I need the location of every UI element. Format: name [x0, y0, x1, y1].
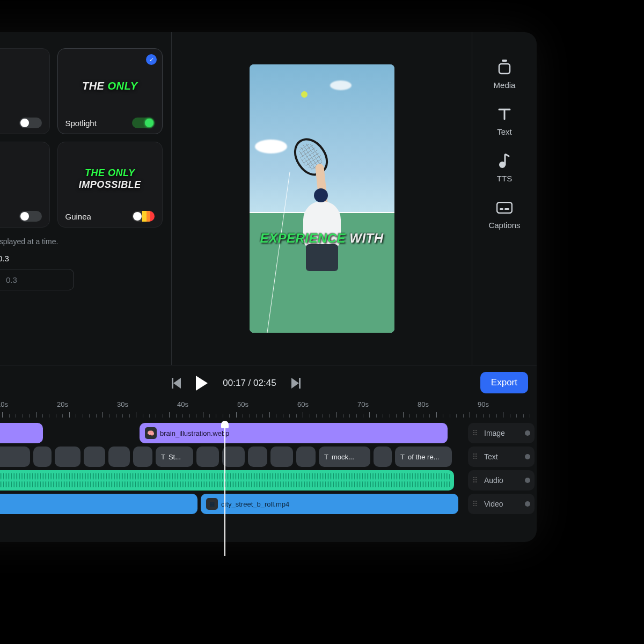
track-text[interactable]: Diffusi... TSt... Tmock... Tof the re...… — [0, 447, 467, 467]
eye-icon[interactable] — [525, 454, 530, 459]
svg-rect-0 — [499, 64, 510, 74]
text-clip[interactable] — [33, 447, 52, 467]
clip-thumbnail-icon: 🧠 — [145, 427, 157, 439]
track-image[interactable]: 🧠 brain_illustration.webp ⠿ Image — [0, 423, 467, 443]
timecode: 00:17 / 02:45 — [223, 378, 276, 389]
export-button[interactable]: Export — [480, 372, 528, 393]
style-toggle[interactable] — [19, 211, 42, 222]
style-toggle[interactable] — [19, 118, 42, 128]
audio-clip[interactable] — [0, 470, 454, 491]
style-card-partial-left-top[interactable]: NLY — [0, 48, 50, 134]
track-audio[interactable]: ⠿ Audio — [0, 470, 467, 491]
tts-button[interactable]: TTS — [496, 152, 513, 183]
text-clip-st[interactable]: TSt... — [156, 447, 193, 467]
min-row[interactable]: ⌄ Min 0.3 — [0, 253, 163, 264]
text-icon — [496, 106, 513, 123]
preview-panel: EXPERIENCE WITH — [172, 32, 472, 365]
video-clip-ebm[interactable]: ebm — [0, 494, 197, 514]
media-icon — [496, 59, 513, 76]
style-card-spotlight[interactable]: ✓ THE ONLY Spotlight — [57, 48, 163, 134]
svg-rect-4 — [500, 208, 503, 210]
text-clip[interactable] — [84, 447, 105, 467]
video-clip-city[interactable]: ▦ city_street_b_roll.mp4 — [201, 494, 458, 514]
track-video[interactable]: ebm ▦ city_street_b_roll.mp4 ⠿ Video — [0, 494, 467, 514]
caption-styles-panel: NLY ✓ THE ONLY Spotlight — [0, 32, 172, 365]
text-clip[interactable] — [133, 447, 152, 467]
music-note-icon — [496, 152, 513, 170]
text-clip[interactable] — [196, 447, 219, 467]
svg-rect-5 — [504, 208, 509, 210]
style-preview-text: THE ONLY — [82, 79, 138, 92]
text-icon: T — [400, 453, 405, 461]
preview-canvas[interactable]: EXPERIENCE WITH — [250, 64, 394, 333]
playhead[interactable] — [224, 427, 225, 556]
duration-minmax: ⌄ Min 0.3 Max 0.3 — [0, 253, 163, 290]
text-clip[interactable] — [248, 447, 267, 467]
text-clip-mock[interactable]: Tmock... — [319, 447, 370, 467]
style-toggle[interactable] — [132, 211, 155, 222]
track-label-video[interactable]: ⠿ Video — [468, 494, 535, 514]
transport-bar: 00:17 / 02:45 Export — [0, 365, 537, 400]
grip-icon[interactable]: ⠿ — [472, 429, 479, 437]
text-clip[interactable] — [108, 447, 130, 467]
image-clip-brain[interactable]: 🧠 brain_illustration.webp — [140, 423, 448, 443]
style-card-partial-left-bottom[interactable]: ossible y — [0, 142, 50, 228]
text-clip[interactable] — [374, 447, 392, 467]
clip-thumbnail-icon: ▦ — [206, 498, 218, 510]
video-editor-window: NLY ✓ THE ONLY Spotlight — [0, 32, 537, 542]
helper-text: of words to be displayed at a time. — [0, 237, 163, 246]
tennis-ball-icon — [301, 91, 308, 98]
min-value: 0.3 — [0, 254, 9, 263]
text-clip-diffusi[interactable]: Diffusi... — [0, 447, 30, 467]
track-label-text[interactable]: ⠿ Text — [468, 447, 535, 467]
text-clip[interactable] — [296, 447, 316, 467]
track-label-image[interactable]: ⠿ Image — [468, 423, 535, 443]
grip-icon[interactable]: ⠿ — [472, 476, 479, 485]
skip-forward-button[interactable] — [291, 378, 301, 389]
eye-icon[interactable] — [525, 501, 530, 507]
style-name: Spotlight — [65, 119, 97, 128]
style-preview-text: THE ONLY IMPOSSIBLE — [79, 167, 141, 191]
media-button[interactable]: Media — [494, 59, 516, 90]
text-icon: T — [324, 453, 328, 461]
text-clip-of-the-re[interactable]: Tof the re... — [395, 447, 452, 467]
text-clip[interactable] — [222, 447, 245, 467]
timeline-ruler[interactable]: 0s10s20s30s40s50s60s70s80s90s — [0, 400, 537, 420]
grip-icon[interactable]: ⠿ — [472, 452, 479, 461]
text-clip[interactable] — [55, 447, 80, 467]
text-clip[interactable] — [270, 447, 293, 467]
style-name: Guinea — [65, 212, 91, 221]
grip-icon[interactable]: ⠿ — [472, 500, 479, 508]
style-toggle[interactable] — [132, 118, 155, 128]
timeline-tracks: 🧠 brain_illustration.webp ⠿ Image Diffus… — [0, 420, 537, 517]
text-button[interactable]: Text — [496, 106, 513, 136]
svg-rect-1 — [502, 60, 507, 62]
eye-icon[interactable] — [525, 478, 530, 483]
eye-icon[interactable] — [525, 430, 530, 436]
image-clip[interactable] — [0, 423, 43, 443]
skip-back-button[interactable] — [172, 378, 181, 389]
max-placeholder: 0.3 — [6, 275, 17, 284]
captions-button[interactable]: Captions — [488, 199, 520, 230]
track-label-audio[interactable]: ⠿ Audio — [468, 470, 535, 491]
svg-rect-3 — [497, 202, 512, 213]
right-toolbar: Media Text TTS Captions — [472, 32, 537, 365]
caption-overlay: EXPERIENCE WITH — [260, 231, 383, 246]
waveform-icon — [0, 473, 451, 487]
max-input[interactable]: Max 0.3 — [0, 269, 74, 290]
play-button[interactable] — [196, 376, 208, 391]
style-card-guinea[interactable]: THE ONLY IMPOSSIBLE Guinea — [57, 142, 163, 228]
captions-icon — [496, 199, 513, 216]
style-grid: NLY ✓ THE ONLY Spotlight — [0, 48, 163, 228]
text-icon: T — [161, 453, 165, 461]
upper-pane: NLY ✓ THE ONLY Spotlight — [0, 32, 537, 365]
